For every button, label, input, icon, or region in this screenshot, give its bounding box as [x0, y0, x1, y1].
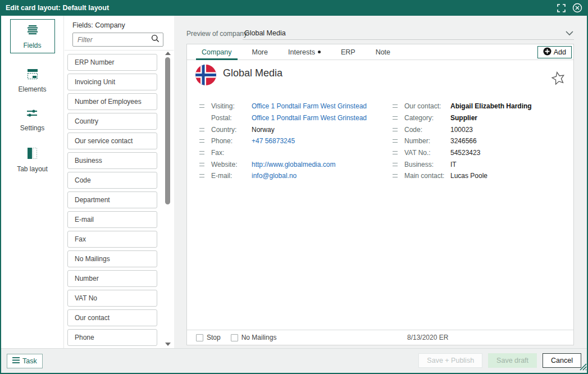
drag-handle-icon[interactable] [199, 174, 204, 177]
field-chip[interactable]: Our contact [67, 309, 157, 326]
field-value: IT [450, 161, 457, 168]
field-row[interactable]: Business: IT [385, 158, 571, 170]
field-value[interactable]: Office 1 Pondtail Farm West Grinstead [252, 102, 367, 110]
tab-erp[interactable]: ERP [331, 44, 366, 60]
drag-handle-icon[interactable] [393, 163, 398, 166]
field-row[interactable]: Fax: [192, 147, 380, 159]
sidebar-item-fields[interactable]: Fields [10, 19, 55, 53]
field-label: Website: [211, 161, 252, 168]
drag-handle-icon[interactable] [393, 151, 398, 154]
sidebar-item-settings[interactable]: Settings [20, 108, 44, 132]
field-label: Number: [404, 137, 450, 145]
field-chip[interactable]: Invoicing Unit [67, 74, 157, 90]
field-value[interactable]: +47 56873245 [252, 137, 295, 145]
filter-input[interactable] [78, 36, 151, 44]
edit-card-layout-window: Edit card layout: Default layout [0, 0, 588, 374]
field-value: Supplier [450, 114, 477, 122]
field-value[interactable]: info@global.no [252, 172, 297, 180]
field-chip[interactable]: Department [67, 191, 157, 208]
field-chip[interactable]: Our service contact [67, 133, 157, 149]
field-row[interactable]: Visiting: Office 1 Pondtail Farm West Gr… [192, 101, 380, 112]
field-row[interactable]: Number: 3246566 [385, 135, 571, 147]
tab-company[interactable]: Company [192, 44, 242, 60]
stop-checkbox[interactable] [196, 334, 203, 341]
field-label: VAT No.: [404, 149, 450, 157]
drag-handle-icon[interactable] [393, 174, 398, 177]
drag-handle-icon[interactable] [199, 104, 204, 108]
field-label: Code: [404, 126, 450, 134]
preview-area: Preview of company: Global Media Company… [174, 16, 588, 348]
field-label: Fax: [211, 149, 252, 157]
field-value[interactable]: Office 1 Pondtail Farm West Grinstead [252, 114, 367, 122]
chevron-down-icon[interactable] [566, 28, 573, 38]
field-value[interactable]: http://www.globalmedia.com [252, 161, 335, 168]
norway-flag-icon [195, 65, 216, 85]
add-icon [543, 47, 551, 57]
field-row[interactable]: Phone: +47 56873245 [192, 135, 380, 147]
field-row[interactable]: Postal: Office 1 Pondtail Farm West Grin… [192, 112, 380, 124]
field-chip[interactable]: ERP Number [67, 54, 157, 71]
sidebar-item-label: Elements [18, 85, 46, 93]
tab-note[interactable]: Note [366, 44, 400, 60]
field-chip[interactable]: Number [67, 270, 157, 287]
add-tab-button[interactable]: Add [537, 46, 572, 58]
drag-handle-icon[interactable] [199, 151, 204, 154]
field-chip[interactable]: Business [67, 152, 157, 169]
scroll-down-icon[interactable] [165, 343, 171, 346]
field-value: 54523423 [450, 149, 480, 157]
fields-scrollbar[interactable] [165, 51, 171, 347]
no-mailings-checkbox-group[interactable]: No Mailings [231, 334, 277, 341]
field-value: Abigail Elizabeth Harding [450, 102, 532, 110]
checkbox-label: Stop [207, 334, 221, 341]
sidebar-item-elements[interactable]: Elements [18, 68, 46, 93]
field-chip[interactable]: Country [67, 113, 157, 130]
field-row[interactable]: Website: http://www.globalmedia.com [192, 158, 380, 170]
field-row[interactable]: E-mail: info@global.no [192, 170, 380, 182]
field-row[interactable]: Code: 100023 [385, 124, 571, 135]
saved-info: 8/13/2020 ER [407, 334, 448, 341]
field-row[interactable]: Category: Supplier [385, 112, 571, 124]
close-icon[interactable] [572, 3, 582, 13]
tab-label: More [252, 48, 268, 56]
drag-handle-icon[interactable] [199, 139, 204, 143]
fullscreen-icon[interactable] [557, 4, 566, 12]
field-chip[interactable]: Code [67, 172, 157, 189]
tab-interests[interactable]: Interests [278, 44, 331, 60]
field-row[interactable]: Main contact: Lucas Poole [385, 170, 571, 182]
tab-label: ERP [341, 48, 355, 56]
no-mailings-checkbox[interactable] [231, 334, 238, 341]
field-chip[interactable]: VAT No [67, 290, 157, 307]
drag-handle-icon[interactable] [393, 128, 398, 131]
scroll-up-icon[interactable] [165, 52, 171, 55]
scrollbar-thumb[interactable] [165, 57, 170, 204]
task-button[interactable]: Task [7, 354, 43, 368]
drag-handle-icon[interactable] [393, 139, 398, 143]
field-label: Phone: [211, 137, 252, 145]
card-left-column: Visiting: Office 1 Pondtail Farm West Gr… [192, 101, 380, 182]
preview-company-select[interactable]: Global Media [244, 29, 286, 37]
company-card-preview: Company More Interests ERP Note [186, 44, 574, 345]
search-icon [151, 34, 159, 45]
drag-handle-icon[interactable] [393, 104, 398, 108]
field-chip[interactable]: Number of Employees [67, 93, 157, 110]
fields-panel-header: Fields: Company [65, 16, 174, 29]
field-chip[interactable]: E-mail [67, 211, 157, 228]
field-label: Country: [211, 126, 252, 134]
resize-grip[interactable] [578, 362, 587, 373]
favorite-star-icon[interactable] [551, 71, 566, 88]
stop-checkbox-group[interactable]: Stop [196, 334, 221, 341]
drag-handle-icon[interactable] [199, 163, 204, 166]
drag-handle-icon[interactable] [199, 128, 204, 131]
drag-handle-icon[interactable] [393, 116, 398, 120]
sidebar-item-label: Tab layout [17, 165, 48, 173]
field-chip[interactable]: Phone [67, 329, 157, 346]
field-row[interactable]: Our contact: Abigail Elizabeth Harding [385, 101, 571, 112]
field-chip[interactable]: No Mailings [67, 250, 157, 267]
cancel-button[interactable]: Cancel [543, 353, 581, 368]
field-row[interactable]: VAT No.: 54523423 [385, 147, 571, 159]
field-row[interactable]: Country: Norway [192, 124, 380, 135]
field-chip[interactable]: Fax [67, 231, 157, 248]
tab-more[interactable]: More [242, 44, 278, 60]
card-right-column: Our contact: Abigail Elizabeth Harding C… [385, 101, 571, 182]
sidebar-item-tab-layout[interactable]: Tab layout [17, 147, 48, 173]
